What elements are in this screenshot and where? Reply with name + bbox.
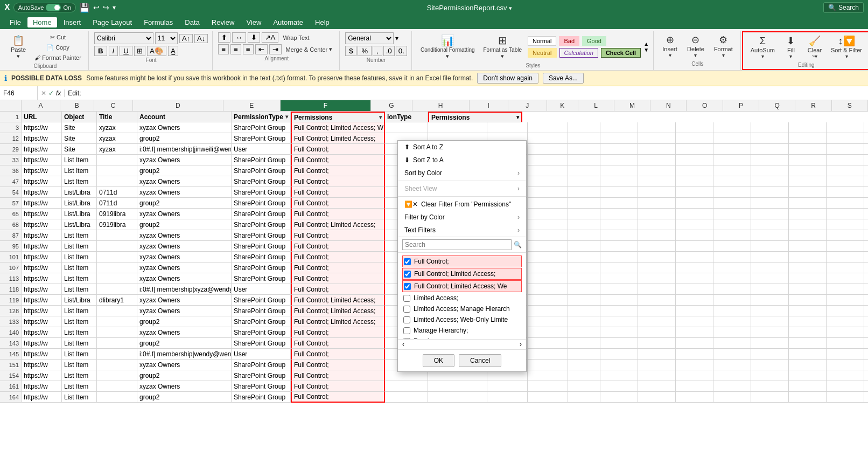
cell-j[interactable] xyxy=(528,198,568,209)
title-cell[interactable] xyxy=(97,165,137,176)
cell-i[interactable] xyxy=(487,370,528,381)
cell-s[interactable] xyxy=(864,338,868,349)
cell-q[interactable] xyxy=(789,360,827,370)
cell-k[interactable] xyxy=(568,219,600,230)
cell-m[interactable] xyxy=(638,155,676,165)
col-header-p[interactable]: P xyxy=(723,100,759,111)
cell-m[interactable] xyxy=(638,370,676,381)
cell-m[interactable] xyxy=(638,209,676,219)
url-cell[interactable]: https://w xyxy=(22,219,62,230)
title-cell[interactable]: xyzax xyxy=(97,144,137,155)
title-cell[interactable] xyxy=(97,360,137,370)
cell-k[interactable] xyxy=(568,241,600,252)
filter-item-full-control-limited[interactable]: Full Control; Limited Access; xyxy=(402,268,522,280)
permissions-cell[interactable]: Full Control; Limited Access; xyxy=(291,306,385,316)
italic-button[interactable]: I xyxy=(109,46,118,56)
increase-font-button[interactable]: A↑ xyxy=(179,34,193,43)
cell-m[interactable] xyxy=(638,122,676,133)
account-cell[interactable]: xyzax Owners xyxy=(137,327,232,338)
cell-s[interactable] xyxy=(864,122,868,133)
cell-j[interactable] xyxy=(528,273,568,284)
cell-h[interactable] xyxy=(428,392,487,403)
account-cell[interactable]: group2 xyxy=(137,198,232,209)
cell-k[interactable] xyxy=(568,155,600,165)
cell-l[interactable] xyxy=(600,187,638,198)
sort-by-color-option[interactable]: Sort by Color › xyxy=(398,167,526,179)
number-format-select[interactable]: General xyxy=(345,32,394,44)
object-cell[interactable]: List Item xyxy=(62,165,97,176)
sort-filter-dropdown[interactable]: ▾ xyxy=(845,53,848,59)
permissions-cell[interactable]: Full Control; xyxy=(291,155,385,165)
object-cell[interactable]: List Item xyxy=(62,338,97,349)
cell-q[interactable] xyxy=(789,284,827,295)
permissions-cell[interactable]: Full Control; Limited Access; W xyxy=(291,122,385,133)
cell-r[interactable] xyxy=(827,144,864,155)
cell-m[interactable] xyxy=(638,360,676,370)
cell-m[interactable] xyxy=(638,273,676,284)
cell-k[interactable] xyxy=(568,360,600,370)
cell-l[interactable] xyxy=(600,262,638,273)
cell-r[interactable] xyxy=(827,370,864,381)
cell-m[interactable] xyxy=(638,381,676,392)
permission-type-cell[interactable]: SharePoint Group xyxy=(232,155,291,165)
cell-j[interactable] xyxy=(528,327,568,338)
filter-dropdown-popup[interactable]: ⬆ Sort A to Z ⬇ Sort Z to A Sort by Colo… xyxy=(397,140,527,372)
insert-button[interactable]: ⊕ Insert ▾ xyxy=(659,32,681,60)
cell-l[interactable] xyxy=(600,349,638,360)
align-left-button[interactable]: ≡ xyxy=(218,44,229,54)
cell-p[interactable] xyxy=(751,392,789,403)
cell-q[interactable] xyxy=(789,176,827,187)
cell-l[interactable] xyxy=(600,273,638,284)
cell-q[interactable] xyxy=(789,122,827,133)
cell-p[interactable] xyxy=(751,209,789,219)
object-cell[interactable]: List Item xyxy=(62,252,97,262)
cell-g[interactable] xyxy=(385,122,428,133)
cell-l[interactable] xyxy=(600,155,638,165)
filter-scroll-left[interactable]: ‹ xyxy=(402,341,404,348)
cell-g[interactable] xyxy=(385,381,428,392)
title-cell[interactable]: 0711d xyxy=(97,198,137,209)
title-cell[interactable] xyxy=(97,392,137,403)
cell-m[interactable] xyxy=(638,230,676,241)
object-cell[interactable]: List/Libra xyxy=(62,209,97,219)
menu-automate[interactable]: Automate xyxy=(268,17,309,27)
title-cell[interactable] xyxy=(97,252,137,262)
cell-j[interactable] xyxy=(528,144,568,155)
cell-s[interactable] xyxy=(864,392,868,403)
cell-o[interactable] xyxy=(713,155,751,165)
cell-r[interactable] xyxy=(827,392,864,403)
title-cell[interactable] xyxy=(97,338,137,349)
cell-n[interactable] xyxy=(676,155,713,165)
permission-type-cell[interactable]: SharePoint Group xyxy=(232,295,291,306)
cell-k[interactable] xyxy=(568,392,600,403)
cell-k[interactable] xyxy=(568,306,600,316)
object-cell[interactable]: List Item xyxy=(62,230,97,241)
permissions-cell[interactable]: Full Control; Limited Access; xyxy=(291,133,385,144)
cell-p[interactable] xyxy=(751,241,789,252)
account-cell[interactable]: xyzax Owners xyxy=(137,381,232,392)
paste-dropdown[interactable]: ▾ xyxy=(17,53,20,60)
cell-r[interactable] xyxy=(827,338,864,349)
permission-type-cell[interactable]: SharePoint Group xyxy=(232,122,291,133)
permissions-cell[interactable]: Full Control; xyxy=(291,327,385,338)
filter-ok-button[interactable]: OK xyxy=(423,354,454,367)
cell-s[interactable] xyxy=(864,306,868,316)
cell-i[interactable] xyxy=(487,122,528,133)
cell-o[interactable] xyxy=(713,360,751,370)
merge-dropdown[interactable]: ▾ xyxy=(329,46,332,53)
col-header-g[interactable]: G xyxy=(371,100,412,111)
account-cell[interactable]: i:0#.f| membership|xyza@wendyte: xyxy=(137,284,232,295)
title-cell[interactable] xyxy=(97,155,137,165)
cell-l[interactable] xyxy=(600,198,638,209)
cell-p[interactable] xyxy=(751,133,789,144)
title-cell[interactable] xyxy=(97,230,137,241)
cell-m[interactable] xyxy=(638,187,676,198)
undo-icon[interactable]: ↩ xyxy=(93,3,100,12)
account-cell[interactable]: Account xyxy=(137,112,232,122)
cell-l[interactable] xyxy=(600,295,638,306)
search-box[interactable]: 🔍 Search xyxy=(823,2,864,13)
permission-type-cell[interactable]: SharePoint Group xyxy=(232,381,291,392)
cell-o[interactable] xyxy=(713,316,751,327)
account-cell[interactable]: xyzax Owners xyxy=(137,209,232,219)
font-size-select[interactable]: 11 xyxy=(155,32,178,44)
